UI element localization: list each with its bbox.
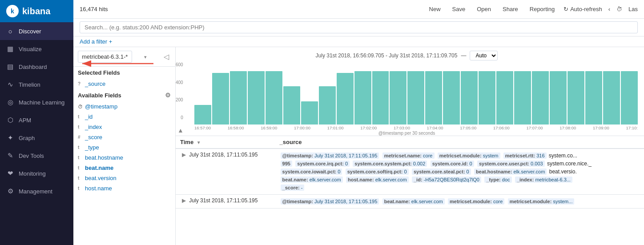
search-input[interactable] bbox=[85, 24, 633, 31]
field-type-t2: t bbox=[78, 125, 82, 129]
field-item-timestamp[interactable]: ⏱ @timestamp bbox=[73, 101, 175, 112]
chart-bar bbox=[319, 86, 336, 125]
sidebar-item-timelion[interactable]: ∿ Timelion bbox=[0, 76, 73, 93]
source-tag: _id: -H5a72QBES0Rqt2q7lQ0 bbox=[412, 177, 481, 183]
field-name-beat-name: beat.name bbox=[85, 165, 113, 171]
right-panel: July 31st 2018, 16:56:09.705 - July 31st… bbox=[176, 47, 644, 245]
sidebar-logo: k kibana bbox=[0, 0, 73, 22]
reporting-button[interactable]: Reporting bbox=[527, 4, 557, 14]
table-row: ▶ July 31st 2018, 17:11:05.195 @timestam… bbox=[176, 195, 644, 209]
expand-button-1[interactable]: ▶ bbox=[180, 152, 188, 158]
x-label-7: 17:03:00 bbox=[394, 125, 410, 130]
source-tag: system.core.system.pct: 0.002 bbox=[353, 161, 427, 167]
sidebar-item-label: Timelion bbox=[19, 81, 40, 88]
field-name-beat-hostname: beat.hostname bbox=[85, 154, 123, 161]
source-tag: metricset.rtt: 316 bbox=[503, 153, 547, 159]
y-label-0: 0 bbox=[181, 115, 183, 120]
chart-bar bbox=[550, 71, 567, 125]
sidebar: k kibana ○ Discover ▦ Visualize ▤ Dashbo… bbox=[0, 0, 73, 245]
sidebar-item-apm[interactable]: ⬡ APM bbox=[0, 111, 73, 129]
expand-button-2[interactable]: ▶ bbox=[180, 197, 188, 204]
chart-bar bbox=[443, 71, 460, 125]
add-filter-button[interactable]: Add a filter + bbox=[80, 38, 112, 45]
x-label-12: 17:08:00 bbox=[559, 125, 576, 130]
sidebar-item-discover[interactable]: ○ Discover bbox=[0, 22, 73, 40]
source-tag: _type: doc bbox=[484, 177, 511, 183]
sidebar-item-dashboard[interactable]: ▤ Dashboard bbox=[0, 58, 73, 76]
x-label-5: 17:01:00 bbox=[327, 125, 344, 130]
field-name-timestamp: @timestamp bbox=[85, 103, 117, 110]
sidebar-item-graph[interactable]: ✦ Graph bbox=[0, 129, 73, 147]
field-item-beat-hostname[interactable]: t beat.hostname bbox=[73, 153, 175, 163]
index-pattern-select[interactable]: metricbeat-6.3.1-* bbox=[78, 51, 132, 63]
source-tag: @timestamp: July 31st 2018, 17:11:05.195 bbox=[281, 198, 379, 205]
field-type-t3: t bbox=[78, 145, 82, 150]
source-tag: metricset.name: core bbox=[382, 153, 435, 159]
sidebar-item-label: Monitoring bbox=[19, 170, 46, 177]
field-type-t5: t bbox=[78, 165, 82, 170]
field-item-type[interactable]: t _type bbox=[73, 142, 175, 153]
results-area[interactable]: Time ▼ _source ▶ July 31st 2 bbox=[176, 136, 644, 245]
x-label-9: 17:05:00 bbox=[460, 125, 476, 130]
sidebar-item-label: Visualize bbox=[19, 46, 42, 52]
new-button[interactable]: New bbox=[427, 4, 443, 14]
chart-bar bbox=[425, 71, 442, 125]
field-name-score: _score bbox=[85, 134, 102, 141]
field-item-index[interactable]: t _index bbox=[73, 122, 175, 132]
apm-icon: ⬡ bbox=[6, 116, 14, 124]
kibana-logo-icon: k bbox=[6, 5, 19, 17]
chart-collapse-button[interactable]: ▲ bbox=[177, 127, 184, 134]
source-tag: _index: metricbeat-6.3... bbox=[515, 177, 572, 183]
sidebar-item-label: Machine Learning bbox=[19, 99, 64, 106]
chart-x-title: @timestamp per 30 seconds bbox=[176, 131, 638, 136]
field-item-beat-version[interactable]: t beat.version bbox=[73, 173, 175, 183]
source-tag: metricset.module: core bbox=[448, 198, 504, 205]
chart-bar bbox=[461, 71, 478, 125]
chart-time-range: July 31st 2018, 16:56:09.705 - July 31st… bbox=[176, 51, 638, 60]
chart-bar bbox=[407, 71, 424, 125]
source-tag: host.name: elk.server.com bbox=[346, 177, 409, 183]
sidebar-item-label: Graph bbox=[19, 135, 35, 141]
index-nav-button[interactable]: ◁ bbox=[162, 52, 171, 62]
clock-icon: ⏱ bbox=[616, 6, 622, 12]
y-label-600: 600 bbox=[176, 62, 183, 67]
left-panel: metricbeat-6.3.1-* ▾ ◁ Selected Fields ?… bbox=[73, 47, 176, 245]
sort-icon: ▼ bbox=[197, 140, 201, 145]
sidebar-item-management[interactable]: ⚙ Management bbox=[0, 182, 73, 200]
field-type-clock: ⏱ bbox=[78, 104, 82, 109]
field-item-score[interactable]: # _score bbox=[73, 132, 175, 142]
sidebar-item-label: Discover bbox=[19, 28, 41, 35]
y-label-200: 200 bbox=[176, 97, 183, 102]
gear-icon[interactable]: ⚙ bbox=[165, 92, 171, 99]
chevron-left-icon[interactable]: ‹ bbox=[608, 6, 610, 12]
field-type-t4: t bbox=[78, 155, 82, 160]
sidebar-item-dev-tools[interactable]: ✎ Dev Tools bbox=[0, 147, 73, 165]
sidebar-item-machine-learning[interactable]: ◎ Machine Learning bbox=[0, 93, 73, 111]
index-pattern-row: metricbeat-6.3.1-* ▾ ◁ bbox=[73, 47, 175, 67]
x-label-14: 17:10: bbox=[626, 125, 638, 130]
chart-interval-select[interactable]: Auto bbox=[470, 51, 498, 60]
chart-bar bbox=[479, 71, 495, 125]
sidebar-item-visualize[interactable]: ▦ Visualize bbox=[0, 40, 73, 58]
available-fields-label: Available Fields bbox=[78, 92, 121, 99]
time-column-header[interactable]: Time ▼ bbox=[176, 136, 275, 149]
chart-container: July 31st 2018, 16:56:09.705 - July 31st… bbox=[176, 47, 644, 136]
open-button[interactable]: Open bbox=[474, 4, 494, 14]
field-item-source[interactable]: ? _source bbox=[73, 79, 175, 89]
field-name-source: _source bbox=[85, 80, 105, 87]
discover-icon: ○ bbox=[6, 27, 14, 35]
auto-refresh[interactable]: ↻ Auto-refresh bbox=[564, 6, 602, 12]
field-item-id[interactable]: t _id bbox=[73, 112, 175, 122]
sidebar-item-monitoring[interactable]: ❤ Monitoring bbox=[0, 165, 73, 182]
field-type-t1: t bbox=[78, 114, 82, 119]
chart-bar bbox=[514, 71, 531, 125]
search-input-wrapper[interactable] bbox=[80, 21, 638, 33]
save-button[interactable]: Save bbox=[450, 4, 468, 14]
last-label: Las bbox=[628, 6, 638, 12]
field-item-host-name[interactable]: t host.name bbox=[73, 183, 175, 193]
field-name-beat-version: beat.version bbox=[85, 175, 117, 181]
source-tag: metricset.module: system bbox=[438, 153, 500, 159]
field-item-beat-name[interactable]: t beat.name bbox=[73, 163, 175, 173]
field-type-t6: t bbox=[78, 176, 82, 181]
share-button[interactable]: Share bbox=[500, 4, 521, 14]
